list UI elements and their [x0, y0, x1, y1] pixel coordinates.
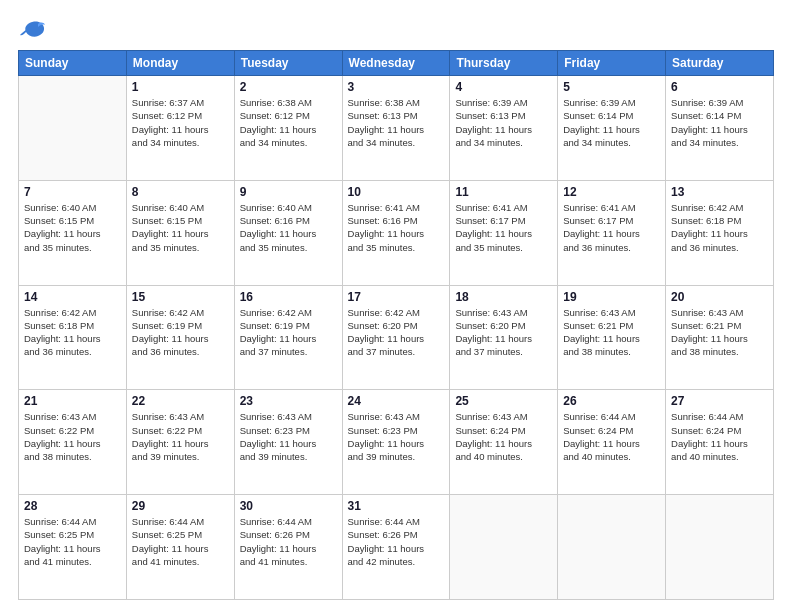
calendar-cell: 10Sunrise: 6:41 AM Sunset: 6:16 PM Dayli…	[342, 180, 450, 285]
day-info: Sunrise: 6:43 AM Sunset: 6:23 PM Dayligh…	[348, 410, 445, 463]
day-number: 8	[132, 185, 229, 199]
calendar-cell: 28Sunrise: 6:44 AM Sunset: 6:25 PM Dayli…	[19, 495, 127, 600]
day-info: Sunrise: 6:38 AM Sunset: 6:12 PM Dayligh…	[240, 96, 337, 149]
day-number: 4	[455, 80, 552, 94]
calendar-cell: 22Sunrise: 6:43 AM Sunset: 6:22 PM Dayli…	[126, 390, 234, 495]
day-info: Sunrise: 6:42 AM Sunset: 6:18 PM Dayligh…	[24, 306, 121, 359]
day-info: Sunrise: 6:41 AM Sunset: 6:17 PM Dayligh…	[455, 201, 552, 254]
day-info: Sunrise: 6:41 AM Sunset: 6:17 PM Dayligh…	[563, 201, 660, 254]
day-info: Sunrise: 6:40 AM Sunset: 6:15 PM Dayligh…	[132, 201, 229, 254]
day-info: Sunrise: 6:41 AM Sunset: 6:16 PM Dayligh…	[348, 201, 445, 254]
calendar-cell	[19, 76, 127, 181]
calendar-cell: 23Sunrise: 6:43 AM Sunset: 6:23 PM Dayli…	[234, 390, 342, 495]
day-number: 27	[671, 394, 768, 408]
calendar-day-header: Friday	[558, 51, 666, 76]
calendar-cell: 14Sunrise: 6:42 AM Sunset: 6:18 PM Dayli…	[19, 285, 127, 390]
day-info: Sunrise: 6:44 AM Sunset: 6:24 PM Dayligh…	[563, 410, 660, 463]
day-number: 15	[132, 290, 229, 304]
day-info: Sunrise: 6:43 AM Sunset: 6:22 PM Dayligh…	[132, 410, 229, 463]
calendar-cell: 1Sunrise: 6:37 AM Sunset: 6:12 PM Daylig…	[126, 76, 234, 181]
day-info: Sunrise: 6:44 AM Sunset: 6:26 PM Dayligh…	[240, 515, 337, 568]
calendar-table: SundayMondayTuesdayWednesdayThursdayFrid…	[18, 50, 774, 600]
day-info: Sunrise: 6:43 AM Sunset: 6:24 PM Dayligh…	[455, 410, 552, 463]
day-number: 3	[348, 80, 445, 94]
calendar-cell: 2Sunrise: 6:38 AM Sunset: 6:12 PM Daylig…	[234, 76, 342, 181]
day-info: Sunrise: 6:37 AM Sunset: 6:12 PM Dayligh…	[132, 96, 229, 149]
day-number: 7	[24, 185, 121, 199]
day-number: 18	[455, 290, 552, 304]
calendar-week-row: 28Sunrise: 6:44 AM Sunset: 6:25 PM Dayli…	[19, 495, 774, 600]
day-number: 13	[671, 185, 768, 199]
calendar-cell: 30Sunrise: 6:44 AM Sunset: 6:26 PM Dayli…	[234, 495, 342, 600]
calendar-day-header: Monday	[126, 51, 234, 76]
calendar-cell: 9Sunrise: 6:40 AM Sunset: 6:16 PM Daylig…	[234, 180, 342, 285]
calendar-cell: 13Sunrise: 6:42 AM Sunset: 6:18 PM Dayli…	[666, 180, 774, 285]
logo	[18, 18, 48, 40]
day-info: Sunrise: 6:42 AM Sunset: 6:20 PM Dayligh…	[348, 306, 445, 359]
day-info: Sunrise: 6:44 AM Sunset: 6:25 PM Dayligh…	[24, 515, 121, 568]
logo-icon	[18, 18, 46, 40]
calendar-cell: 31Sunrise: 6:44 AM Sunset: 6:26 PM Dayli…	[342, 495, 450, 600]
day-number: 11	[455, 185, 552, 199]
calendar-cell: 18Sunrise: 6:43 AM Sunset: 6:20 PM Dayli…	[450, 285, 558, 390]
day-number: 2	[240, 80, 337, 94]
calendar-cell	[558, 495, 666, 600]
calendar-cell: 15Sunrise: 6:42 AM Sunset: 6:19 PM Dayli…	[126, 285, 234, 390]
calendar-week-row: 21Sunrise: 6:43 AM Sunset: 6:22 PM Dayli…	[19, 390, 774, 495]
day-info: Sunrise: 6:39 AM Sunset: 6:14 PM Dayligh…	[563, 96, 660, 149]
calendar-cell: 8Sunrise: 6:40 AM Sunset: 6:15 PM Daylig…	[126, 180, 234, 285]
calendar-header-row: SundayMondayTuesdayWednesdayThursdayFrid…	[19, 51, 774, 76]
calendar-week-row: 7Sunrise: 6:40 AM Sunset: 6:15 PM Daylig…	[19, 180, 774, 285]
day-info: Sunrise: 6:44 AM Sunset: 6:24 PM Dayligh…	[671, 410, 768, 463]
calendar-cell: 7Sunrise: 6:40 AM Sunset: 6:15 PM Daylig…	[19, 180, 127, 285]
day-info: Sunrise: 6:40 AM Sunset: 6:16 PM Dayligh…	[240, 201, 337, 254]
day-number: 26	[563, 394, 660, 408]
day-number: 19	[563, 290, 660, 304]
day-number: 29	[132, 499, 229, 513]
page: SundayMondayTuesdayWednesdayThursdayFrid…	[0, 0, 792, 612]
calendar-day-header: Sunday	[19, 51, 127, 76]
calendar-week-row: 1Sunrise: 6:37 AM Sunset: 6:12 PM Daylig…	[19, 76, 774, 181]
calendar-week-row: 14Sunrise: 6:42 AM Sunset: 6:18 PM Dayli…	[19, 285, 774, 390]
day-info: Sunrise: 6:42 AM Sunset: 6:19 PM Dayligh…	[240, 306, 337, 359]
calendar-day-header: Saturday	[666, 51, 774, 76]
day-info: Sunrise: 6:42 AM Sunset: 6:18 PM Dayligh…	[671, 201, 768, 254]
calendar-cell: 25Sunrise: 6:43 AM Sunset: 6:24 PM Dayli…	[450, 390, 558, 495]
calendar-cell: 29Sunrise: 6:44 AM Sunset: 6:25 PM Dayli…	[126, 495, 234, 600]
day-number: 23	[240, 394, 337, 408]
day-number: 20	[671, 290, 768, 304]
calendar-cell: 16Sunrise: 6:42 AM Sunset: 6:19 PM Dayli…	[234, 285, 342, 390]
calendar-cell	[666, 495, 774, 600]
calendar-day-header: Tuesday	[234, 51, 342, 76]
day-info: Sunrise: 6:43 AM Sunset: 6:22 PM Dayligh…	[24, 410, 121, 463]
day-info: Sunrise: 6:43 AM Sunset: 6:21 PM Dayligh…	[563, 306, 660, 359]
day-number: 10	[348, 185, 445, 199]
calendar-cell: 27Sunrise: 6:44 AM Sunset: 6:24 PM Dayli…	[666, 390, 774, 495]
day-number: 6	[671, 80, 768, 94]
calendar-cell: 5Sunrise: 6:39 AM Sunset: 6:14 PM Daylig…	[558, 76, 666, 181]
day-info: Sunrise: 6:43 AM Sunset: 6:21 PM Dayligh…	[671, 306, 768, 359]
day-info: Sunrise: 6:42 AM Sunset: 6:19 PM Dayligh…	[132, 306, 229, 359]
day-info: Sunrise: 6:38 AM Sunset: 6:13 PM Dayligh…	[348, 96, 445, 149]
day-info: Sunrise: 6:39 AM Sunset: 6:14 PM Dayligh…	[671, 96, 768, 149]
calendar-cell: 19Sunrise: 6:43 AM Sunset: 6:21 PM Dayli…	[558, 285, 666, 390]
header	[18, 18, 774, 40]
calendar-cell: 20Sunrise: 6:43 AM Sunset: 6:21 PM Dayli…	[666, 285, 774, 390]
day-info: Sunrise: 6:44 AM Sunset: 6:25 PM Dayligh…	[132, 515, 229, 568]
day-number: 30	[240, 499, 337, 513]
day-number: 31	[348, 499, 445, 513]
calendar-day-header: Wednesday	[342, 51, 450, 76]
day-info: Sunrise: 6:43 AM Sunset: 6:23 PM Dayligh…	[240, 410, 337, 463]
day-info: Sunrise: 6:44 AM Sunset: 6:26 PM Dayligh…	[348, 515, 445, 568]
calendar-day-header: Thursday	[450, 51, 558, 76]
day-number: 24	[348, 394, 445, 408]
day-number: 21	[24, 394, 121, 408]
calendar-cell: 4Sunrise: 6:39 AM Sunset: 6:13 PM Daylig…	[450, 76, 558, 181]
calendar-cell	[450, 495, 558, 600]
calendar-cell: 21Sunrise: 6:43 AM Sunset: 6:22 PM Dayli…	[19, 390, 127, 495]
day-number: 25	[455, 394, 552, 408]
day-number: 14	[24, 290, 121, 304]
day-number: 9	[240, 185, 337, 199]
day-info: Sunrise: 6:39 AM Sunset: 6:13 PM Dayligh…	[455, 96, 552, 149]
day-number: 28	[24, 499, 121, 513]
